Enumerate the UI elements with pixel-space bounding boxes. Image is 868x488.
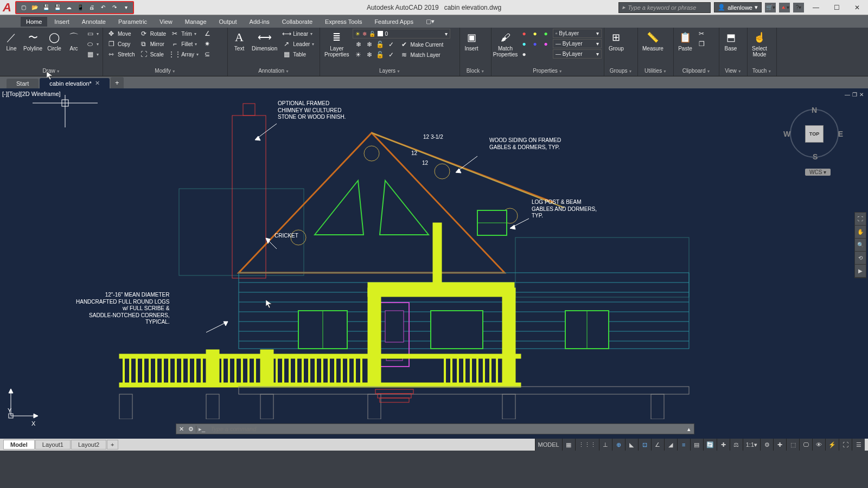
status-clean-icon[interactable]: ⛶ (839, 439, 852, 451)
move-button[interactable]: ✥Move (105, 29, 137, 38)
compass-w[interactable]: W (783, 130, 790, 138)
array-button[interactable]: ⋮⋮Array (169, 49, 200, 59)
tab-collaborate[interactable]: Collaborate (277, 17, 318, 27)
status-ui-icon[interactable]: 🖵 (799, 439, 812, 451)
colsw3[interactable]: ● (518, 49, 552, 59)
status-scale[interactable]: 1:1 ▾ (743, 439, 760, 451)
group-button[interactable]: ⊞Group (607, 29, 626, 53)
user-menu[interactable]: 👤allenlowe▾ (714, 2, 762, 12)
pan-icon[interactable]: ✋ (855, 226, 866, 239)
compass-s[interactable]: S (813, 152, 818, 161)
erase-button[interactable]: ∠ (201, 29, 213, 38)
lstate2[interactable]: ☀❄🔓✓ (353, 50, 397, 60)
viewcube[interactable]: N S E W TOP WCS ▾ (781, 99, 846, 175)
status-otrack-icon[interactable]: ◢ (664, 439, 677, 451)
search-input[interactable]: ▸Type a keyword or phrase (618, 2, 711, 13)
command-input[interactable] (207, 426, 684, 432)
status-ortho-icon[interactable]: ⊥ (599, 439, 612, 451)
viewcube-top[interactable]: TOP (805, 125, 824, 143)
panel-groups-title[interactable]: Groups (607, 67, 635, 75)
vp-max-icon[interactable]: ❐ (852, 92, 857, 98)
saveas-icon[interactable]: 💾 (52, 3, 63, 12)
panel-clipboard-title[interactable]: Clipboard (676, 67, 717, 75)
status-iso-icon[interactable]: ◣ (625, 439, 638, 451)
orbit-icon[interactable]: ⟲ (855, 252, 866, 265)
wcs-badge[interactable]: WCS ▾ (805, 169, 831, 176)
compass-e[interactable]: E (838, 130, 843, 138)
insert-button[interactable]: ▣Insert (462, 29, 481, 53)
layer-properties-button[interactable]: ≣Layer Properties (322, 29, 352, 59)
status-osnap-icon[interactable]: ⊡ (638, 439, 651, 451)
open-icon[interactable]: 📂 (29, 3, 40, 12)
status-annomon-icon[interactable]: ✚ (717, 439, 730, 451)
leader-button[interactable]: ↗Leader (280, 39, 316, 49)
minimize-button[interactable]: — (807, 1, 825, 14)
showmotion-icon[interactable]: ▶ (855, 265, 866, 278)
hatch-button[interactable]: ▦ (84, 49, 100, 59)
panel-touch-title[interactable]: Touch (750, 67, 774, 75)
status-qp-icon[interactable]: ⬚ (786, 439, 799, 451)
tab-model[interactable]: Model (3, 440, 35, 450)
offset-button[interactable]: ⊆ (201, 49, 213, 59)
tab-manage[interactable]: Manage (180, 17, 212, 27)
tab-view[interactable]: View (154, 17, 178, 27)
vp-close-icon[interactable]: ✕ (859, 92, 864, 98)
panel-properties-title[interactable]: Properties (494, 67, 602, 75)
status-trans-icon[interactable]: ▤ (690, 439, 703, 451)
explode-button[interactable]: ✷ (201, 39, 213, 49)
status-isolate-icon[interactable]: 👁 (812, 439, 825, 451)
new-icon[interactable]: ▢ (18, 3, 29, 12)
colsw[interactable]: ●●● (518, 29, 552, 38)
ucs-icon[interactable]: YX (4, 384, 42, 423)
rotate-button[interactable]: ⟳Rotate (138, 29, 168, 38)
qat-dropdown-icon[interactable]: ▾ (120, 3, 131, 12)
panel-block-title[interactable]: Block (462, 67, 489, 75)
status-3dosnap-icon[interactable]: ∠ (651, 439, 664, 451)
status-grid-icon[interactable]: ▦ (562, 439, 575, 451)
matchprops-button[interactable]: 🖌Match Properties (494, 29, 517, 59)
trim-button[interactable]: ✂Trim (169, 29, 200, 38)
rectangle-button[interactable]: ▭ (84, 29, 100, 38)
base-button[interactable]: ⬒Base (722, 29, 740, 53)
cmdline-config-icon[interactable]: ⚙ (186, 426, 196, 433)
tab-layout2[interactable]: Layout2 (71, 440, 106, 450)
doctab-start[interactable]: Start (7, 79, 39, 88)
status-cycling-icon[interactable]: 🔄 (703, 439, 717, 451)
status-gear-icon[interactable]: ⚙ (760, 439, 773, 451)
vp-min-icon[interactable]: — (845, 92, 850, 98)
tab-home[interactable]: Home (21, 17, 47, 27)
redo-icon[interactable]: ↷ (109, 3, 120, 12)
doctab-close-icon[interactable]: ✕ (95, 80, 100, 87)
mirror-button[interactable]: ⧉Mirror (138, 39, 168, 49)
tab-parametric[interactable]: Parametric (113, 17, 152, 27)
close-button[interactable]: ✕ (848, 1, 866, 14)
polyline-button[interactable]: 〜Polyline (22, 29, 44, 53)
copyclip-button[interactable]: ❐ (695, 39, 707, 49)
ellipse-button[interactable]: ⬭ (84, 39, 100, 49)
status-polar-icon[interactable]: ⊕ (612, 439, 625, 451)
selectmode-button[interactable]: ☝Select Mode (750, 29, 769, 59)
tab-more-icon[interactable]: ▢▾ (420, 16, 440, 27)
undo-icon[interactable]: ↶ (98, 3, 108, 12)
panel-annotation-title[interactable]: Annotation (230, 67, 317, 75)
color-selector[interactable]: ▫ ByLayer▾ (553, 29, 602, 38)
fullnav-icon[interactable]: ⛶ (855, 213, 866, 226)
status-custom-icon[interactable]: ☰ (852, 439, 865, 451)
make-current-button[interactable]: ✔Make Current (398, 40, 445, 49)
scale-button[interactable]: ⛶Scale (138, 49, 168, 59)
panel-view-title[interactable]: View (722, 67, 745, 75)
panel-utilities-title[interactable]: Utilities (640, 67, 671, 75)
help-icon[interactable]: ?▾ (793, 3, 804, 12)
linear-button[interactable]: ⟷Linear (280, 29, 316, 38)
lineweight-selector[interactable]: — ByLayer▾ (553, 39, 602, 48)
colsw2[interactable]: ●●● (518, 39, 552, 49)
stretch-button[interactable]: ⇿Stretch (105, 49, 137, 59)
circle-button[interactable]: ◯Circle (45, 29, 63, 53)
tab-addlayout[interactable]: + (107, 440, 118, 450)
drawing-canvas[interactable]: [-][Top][2D Wireframe] — ❐ ✕ N S E W TOP… (0, 88, 868, 439)
cmdline-close-icon[interactable]: ✕ (176, 426, 186, 433)
status-model[interactable]: MODEL (535, 439, 562, 451)
mobile-icon[interactable]: 📱 (75, 3, 86, 12)
status-lw-icon[interactable]: ≡ (677, 439, 690, 451)
tab-insert[interactable]: Insert (49, 17, 75, 27)
